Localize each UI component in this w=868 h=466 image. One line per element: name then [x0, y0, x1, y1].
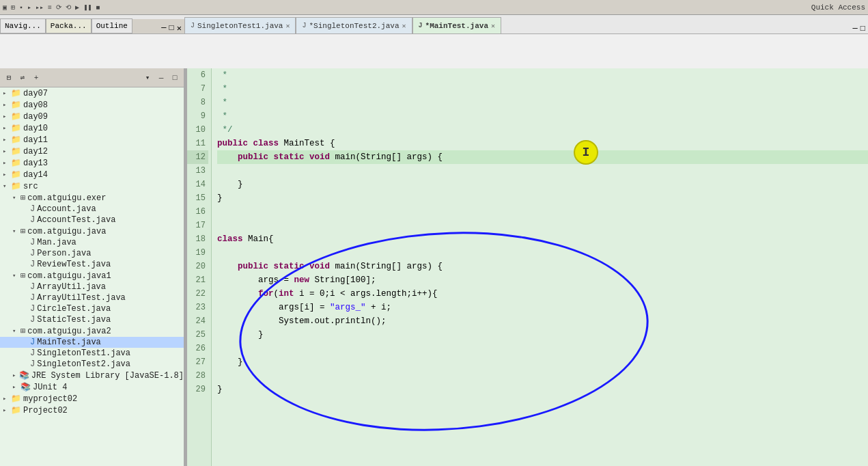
- code-line-17: [217, 219, 868, 232]
- tree-item-CircleTest-java[interactable]: JCircleTest.java: [0, 303, 184, 314]
- code-token: String[100];: [315, 275, 376, 285]
- code-line-29: }: [217, 383, 868, 396]
- code-line-20: public static void main(String[] args) {: [217, 260, 868, 273]
- tree-item-day12[interactable]: ▸📁day12: [0, 146, 184, 157]
- tree-arrow: ▸: [3, 148, 10, 155]
- toolbar: ▣ ⊞ ▪ ▸ ▸▸ ≡ ⟳ ⟲ ▶ ❚❚ ■ Quick Access: [0, 0, 868, 15]
- tree-item-ArrayUtil-java[interactable]: JArrayUtil.java: [0, 282, 184, 292]
- tree-item-day14[interactable]: ▸📁day14: [0, 169, 184, 180]
- tree-label: day09: [23, 112, 48, 122]
- tree-label: ArrayUtil.java: [37, 282, 106, 292]
- tree-item-com-atguigu-java[interactable]: ▾⊞com.atguigu.java: [0, 225, 184, 237]
- java-icon-1: J: [191, 22, 195, 29]
- tree-item-SingletonTest1-java[interactable]: JSingletonTest1.java: [0, 348, 184, 359]
- code-line-6: *: [217, 68, 868, 82]
- tab1-label: SingletonTest1.java: [197, 22, 283, 30]
- minimize-editor-icon[interactable]: —: [853, 24, 858, 33]
- tree-icon: J: [30, 338, 35, 347]
- line-num-13: 13: [187, 164, 208, 178]
- maximize-editor-icon[interactable]: □: [860, 24, 865, 33]
- tree-icon: ⊞: [20, 326, 25, 336]
- sidebar: ⊟ ⇌ + ▾ — □ ▸📁day07▸📁day08▸📁day09▸📁day10…: [0, 68, 184, 466]
- tree-label: day10: [23, 124, 48, 133]
- tree-item-day11[interactable]: ▸📁day11: [0, 134, 184, 146]
- tree-icon: J: [30, 204, 35, 214]
- tree-item-day09[interactable]: ▸📁day09: [0, 111, 184, 122]
- tab2-label: *SingletonTest2.java: [309, 22, 399, 30]
- collapse-all-icon[interactable]: ⊟: [3, 72, 15, 84]
- tree-item-com-atguigu-exer[interactable]: ▾⊞com.atguigu.exer: [0, 192, 184, 204]
- tree-label: CircleTest.java: [37, 304, 111, 314]
- tree-arrow: ▸: [3, 159, 10, 167]
- code-token: *: [217, 98, 233, 107]
- tab-packages[interactable]: Packa...: [46, 18, 92, 33]
- tree-item-MainTest-java[interactable]: JMainTest.java: [0, 337, 184, 348]
- tree-icon: ⊞: [20, 193, 25, 203]
- minimize-icon[interactable]: —: [161, 23, 166, 33]
- tab-navigator[interactable]: Navig...: [0, 18, 46, 33]
- tab-outline[interactable]: Outline: [92, 18, 132, 33]
- maximize-icon[interactable]: □: [169, 23, 174, 33]
- tree-arrow: ▸: [3, 113, 10, 120]
- tree-item-Project02[interactable]: ▸📁Project02: [0, 405, 184, 416]
- tree-arrow: ▸: [3, 171, 10, 178]
- link-editor-icon[interactable]: ⇌: [16, 72, 29, 84]
- minimize-sidebar-icon[interactable]: —: [155, 72, 167, 84]
- sidebar-toolbar-buttons: ⊟ ⇌ +: [3, 72, 42, 84]
- tab3-close[interactable]: ✕: [491, 22, 495, 30]
- code-token: new: [294, 275, 315, 285]
- tree-label: day13: [23, 159, 48, 168]
- tree-item-Person-java[interactable]: JPerson.java: [0, 248, 184, 259]
- tree-label: com.atguigu.java2: [27, 327, 111, 336]
- tree-item-day13[interactable]: ▸📁day13: [0, 157, 184, 169]
- tree-icon: 📁: [11, 181, 21, 191]
- close-sidebar-icon[interactable]: ✕: [177, 23, 182, 33]
- code-token: [217, 262, 238, 271]
- maximize-sidebar-icon[interactable]: □: [169, 72, 181, 84]
- tab1-close[interactable]: ✕: [285, 22, 290, 30]
- tree-item-com-atguigu-java2[interactable]: ▾⊞com.atguigu.java2: [0, 325, 184, 337]
- code-area[interactable]: * * * * */public class MainTest { public…: [212, 68, 868, 466]
- tree-item-ArrayUtilTest-java[interactable]: JArrayUtilTest.java: [0, 292, 184, 303]
- tree-label: ArrayUtilTest.java: [37, 293, 126, 303]
- tree-label: day11: [23, 135, 48, 145]
- code-token: }: [217, 193, 223, 203]
- code-line-23: args[i] = "args_" + i;: [217, 301, 868, 314]
- tree-item-day08[interactable]: ▸📁day08: [0, 99, 184, 111]
- code-token: class: [217, 234, 248, 244]
- tree-label: SingletonTest2.java: [37, 359, 130, 369]
- tree-item-StaticTest-java[interactable]: JStaticTest.java: [0, 314, 184, 325]
- tree-item-day10[interactable]: ▸📁day10: [0, 122, 184, 134]
- tree-icon: 📁: [11, 88, 21, 98]
- tree-item-SingletonTest2-java[interactable]: JSingletonTest2.java: [0, 359, 184, 370]
- sidebar-toolbar: ⊟ ⇌ + ▾ — □: [0, 68, 184, 87]
- tree-item-AccountTest-java[interactable]: JAccountTest.java: [0, 215, 184, 225]
- tree-item-Man-java[interactable]: JMan.java: [0, 237, 184, 248]
- tree-item-com-atguigu-java1[interactable]: ▾⊞com.atguigu.java1: [0, 270, 184, 282]
- tree-item-myproject02[interactable]: ▸📁myproject02: [0, 393, 184, 405]
- tree-label: Person.java: [37, 249, 91, 258]
- tree-icon: J: [30, 215, 35, 225]
- tree-item-JRE-System-Library[interactable]: ▸📚JRE System Library [JavaSE-1.8]: [0, 370, 184, 381]
- tree-label: day08: [23, 100, 48, 110]
- code-line-19: [217, 246, 868, 260]
- line-num-28: 28: [187, 369, 208, 383]
- tab-singleton2[interactable]: J *SingletonTest2.java ✕: [296, 17, 412, 33]
- tree-item-Account-java[interactable]: JAccount.java: [0, 204, 184, 215]
- tree-icon: J: [30, 348, 35, 358]
- tree-label: day12: [23, 147, 48, 156]
- code-editor[interactable]: 6789101112131415161718192021222324252627…: [187, 68, 868, 466]
- new-folder-icon[interactable]: +: [30, 72, 42, 84]
- tab2-close[interactable]: ✕: [402, 22, 406, 30]
- tab-maintest[interactable]: J *MainTest.java ✕: [412, 17, 501, 33]
- tree-item-JUnit-4[interactable]: ▸📚JUnit 4: [0, 381, 184, 393]
- code-token: }: [217, 357, 243, 367]
- code-token: args =: [217, 275, 294, 285]
- tree-item-src[interactable]: ▾📁src: [0, 180, 184, 192]
- tab-singleton1[interactable]: J SingletonTest1.java ✕: [184, 17, 296, 33]
- tree-item-day07[interactable]: ▸📁day07: [0, 87, 184, 99]
- line-num-20: 20: [187, 260, 208, 273]
- tree-item-ReviewTest-java[interactable]: JReviewTest.java: [0, 259, 184, 270]
- tree-arrow: ▸: [3, 395, 10, 402]
- view-menu-icon[interactable]: ▾: [141, 72, 154, 84]
